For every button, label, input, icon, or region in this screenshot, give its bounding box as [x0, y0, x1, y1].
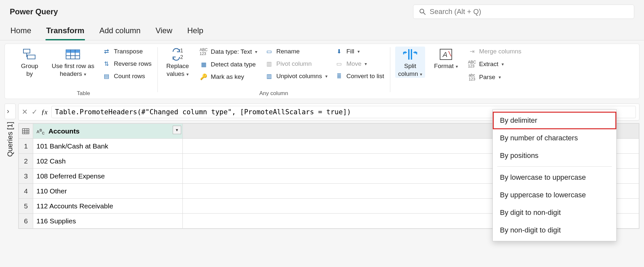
column-name: Accounts: [48, 127, 80, 135]
menu-by-uppercase-to-lowercase[interactable]: By uppercase to lowercase: [493, 186, 616, 204]
parse-button[interactable]: abc123Parse: [467, 72, 522, 82]
menu-separator: [497, 166, 612, 167]
pivot-label: Pivot column: [276, 60, 312, 67]
extract-icon: ABC123: [467, 60, 476, 68]
svg-rect-18: [22, 129, 29, 134]
svg-rect-13: [408, 49, 409, 60]
cell-accounts[interactable]: 112 Accounts Receivable: [33, 199, 183, 214]
count-rows-icon: ▤: [102, 73, 111, 80]
mark-key-label: Mark as key: [211, 73, 244, 80]
queries-sidebar-label[interactable]: Queries [1]: [5, 122, 16, 157]
transpose-icon: ⇄: [102, 48, 111, 55]
convert-label: Convert to list: [346, 73, 384, 80]
move-icon: ▭: [335, 60, 344, 67]
rename-label: Rename: [276, 48, 300, 55]
svg-text:A: A: [442, 50, 448, 59]
queries-panel-collapsed[interactable]: ›: [5, 104, 16, 119]
menu-by-digit-to-non-digit[interactable]: By digit to non-digit: [493, 204, 616, 221]
reverse-rows-button[interactable]: ⇅Reverse rows: [101, 59, 152, 69]
svg-rect-14: [411, 49, 412, 60]
ribbon: Group by Use first row as headers ⇄Trans…: [5, 44, 639, 99]
parse-icon: abc123: [467, 73, 476, 81]
detect-data-type-button[interactable]: ▦Detect data type: [198, 60, 258, 69]
menu-by-delimiter[interactable]: By delimiter: [493, 112, 616, 129]
menu-by-positions[interactable]: By positions: [493, 147, 616, 164]
mark-as-key-button[interactable]: 🔑Mark as key: [198, 72, 258, 82]
format-label: Format: [434, 62, 458, 70]
row-number[interactable]: 6: [19, 214, 33, 229]
cell-accounts[interactable]: 116 Supplies: [33, 214, 183, 229]
count-rows-button[interactable]: ▤Count rows: [101, 71, 152, 81]
row-header-corner[interactable]: [19, 124, 33, 139]
svg-line-1: [423, 13, 425, 15]
cell-accounts[interactable]: 110 Other: [33, 184, 183, 199]
merge-label: Merge columns: [479, 48, 521, 55]
pivot-column-button[interactable]: ▥Pivot column: [264, 59, 328, 69]
menu-by-lowercase-to-uppercase[interactable]: By lowercase to uppercase: [493, 169, 616, 186]
format-button[interactable]: A Format: [431, 47, 461, 70]
row-number[interactable]: 3: [19, 169, 33, 184]
search-icon: [419, 8, 426, 15]
tab-home[interactable]: Home: [10, 23, 32, 40]
row-number[interactable]: 1: [19, 139, 33, 154]
column-type-icon: ABC: [36, 129, 45, 134]
rename-icon: ▭: [264, 48, 274, 55]
commit-formula-icon[interactable]: ✓: [32, 108, 37, 116]
chevron-right-icon: ›: [7, 107, 9, 116]
group-by-icon: [22, 48, 37, 61]
split-column-menu: By delimiter By number of characters By …: [492, 109, 617, 241]
app-title: Power Query: [10, 7, 58, 16]
svg-rect-3: [27, 55, 35, 59]
list-icon: ≣: [335, 73, 344, 80]
extract-label: Extract: [479, 61, 498, 68]
menu-by-non-digit-to-digit[interactable]: By non-digit to digit: [493, 221, 616, 239]
split-column-icon: [402, 48, 418, 61]
row-number[interactable]: 4: [19, 184, 33, 199]
use-first-row-button[interactable]: Use first row as headers: [50, 47, 96, 78]
tab-view[interactable]: View: [155, 23, 173, 40]
replace-values-icon: 12: [170, 48, 185, 61]
tab-add-column[interactable]: Add column: [99, 23, 141, 40]
rename-button[interactable]: ▭Rename: [264, 47, 328, 56]
replace-values-label: Replace values: [166, 62, 189, 78]
convert-to-list-button[interactable]: ≣Convert to list: [334, 71, 385, 81]
merge-columns-button[interactable]: ⇥Merge columns: [467, 47, 522, 56]
use-first-row-label: Use first row as headers: [52, 62, 94, 78]
cell-accounts[interactable]: 108 Deferred Expense: [33, 169, 183, 184]
cell-accounts[interactable]: 102 Cash: [33, 154, 183, 169]
group-label-anycol: Any column: [163, 89, 385, 97]
menu-by-number-of-characters[interactable]: By number of characters: [493, 129, 616, 147]
unpivot-label: Unpivot columns: [276, 73, 322, 80]
detect-label: Detect data type: [211, 61, 256, 68]
cancel-formula-icon[interactable]: ✕: [22, 108, 28, 116]
group-by-button[interactable]: Group by: [15, 47, 45, 78]
tab-help[interactable]: Help: [187, 23, 204, 40]
row-number[interactable]: 2: [19, 154, 33, 169]
svg-text:2: 2: [180, 54, 183, 60]
column-header-accounts[interactable]: ABC Accounts ▾: [33, 124, 183, 139]
transpose-button[interactable]: ⇄Transpose: [101, 47, 152, 56]
data-type-button[interactable]: ABC123Data type: Text: [198, 47, 258, 57]
tab-transform[interactable]: Transform: [46, 23, 85, 40]
cell-accounts[interactable]: 101 Bank/Cash at Bank: [33, 139, 183, 154]
column-filter-dropdown[interactable]: ▾: [173, 126, 181, 134]
row-number[interactable]: 5: [19, 199, 33, 214]
merge-icon: ⇥: [467, 48, 476, 55]
svg-text:1: 1: [180, 48, 183, 53]
unpivot-columns-button[interactable]: ▥Unpivot columns: [264, 71, 328, 81]
search-box[interactable]: [413, 5, 634, 19]
fx-icon[interactable]: ƒx: [41, 108, 47, 116]
data-type-icon: ABC123: [199, 48, 208, 56]
extract-button[interactable]: ABC123Extract: [467, 59, 522, 69]
fill-button[interactable]: ⬇Fill: [334, 47, 385, 56]
group-label-table: Table: [15, 89, 152, 97]
key-icon: 🔑: [199, 73, 208, 80]
transpose-label: Transpose: [114, 48, 143, 55]
split-column-button[interactable]: Split column: [395, 47, 425, 78]
search-input[interactable]: [430, 7, 628, 16]
reverse-rows-label: Reverse rows: [114, 60, 152, 67]
move-button[interactable]: ▭Move: [334, 59, 385, 69]
replace-values-button[interactable]: 12 Replace values: [163, 47, 193, 78]
svg-point-0: [420, 9, 424, 13]
svg-rect-7: [66, 50, 80, 53]
